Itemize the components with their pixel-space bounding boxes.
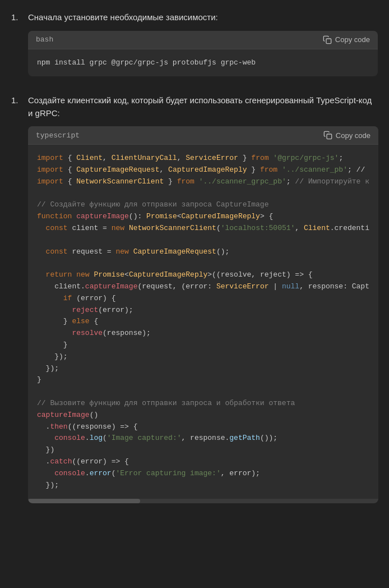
step-1-content: Сначала установите необходимые зависимос… xyxy=(28,11,378,81)
svg-rect-1 xyxy=(327,134,332,139)
scrollbar-track[interactable] xyxy=(28,499,378,503)
bash-code-block: bash Copy code npm install grpc @grpc/gr… xyxy=(28,31,378,77)
bash-lang-label: bash xyxy=(36,35,53,44)
step-number-2: 1. xyxy=(11,94,22,105)
bash-code-body: npm install grpc @grpc/grpc-js protobufj… xyxy=(28,49,378,77)
typescript-copy-button[interactable]: Copy code xyxy=(323,131,371,140)
step-2: 1. Создайте клиентский код, который буде… xyxy=(11,94,378,508)
scrollbar-thumb[interactable] xyxy=(28,499,140,503)
svg-rect-0 xyxy=(326,39,331,44)
copy-icon xyxy=(323,35,332,44)
step-number-1: 1. xyxy=(11,11,22,22)
step-1-text: Сначала установите необходимые зависимос… xyxy=(28,11,378,24)
typescript-lang-label: typescript xyxy=(36,131,80,140)
copy-icon-2 xyxy=(323,131,332,140)
step-2-text: Создайте клиентский код, который будет и… xyxy=(28,94,378,120)
step-2-content: Создайте клиентский код, который будет и… xyxy=(28,94,378,508)
bash-code-pre: npm install grpc @grpc/grpc-js protobufj… xyxy=(37,57,369,69)
typescript-copy-label: Copy code xyxy=(336,131,371,140)
bash-copy-button[interactable]: Copy code xyxy=(323,35,370,44)
bash-code-header: bash Copy code xyxy=(28,31,378,49)
typescript-code-pre: import { Client, ClientUnaryCall, Servic… xyxy=(37,153,369,491)
typescript-code-header: typescript Copy code xyxy=(28,126,378,145)
typescript-code-block: typescript Copy code import { Client, Cl… xyxy=(28,126,378,503)
step-1: 1. Сначала установите необходимые зависи… xyxy=(11,11,378,81)
typescript-code-body: import { Client, ClientUnaryCall, Servic… xyxy=(28,145,378,499)
bash-copy-label: Copy code xyxy=(335,35,370,44)
